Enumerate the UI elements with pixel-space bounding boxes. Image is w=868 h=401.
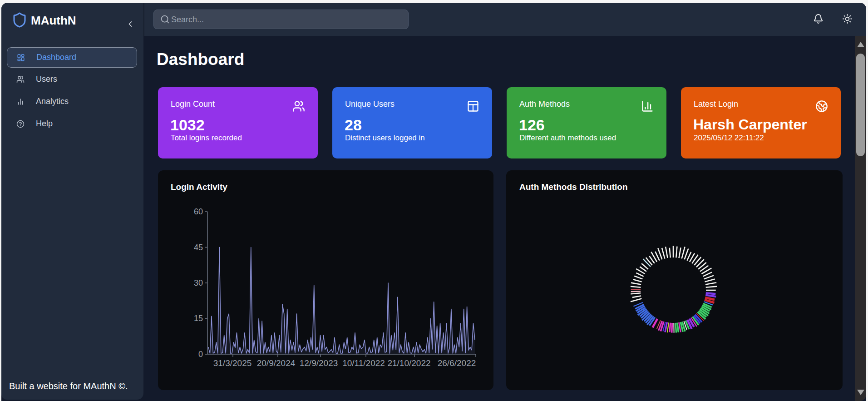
svg-text:12/9/2023: 12/9/2023 xyxy=(300,358,338,368)
svg-text:15: 15 xyxy=(194,314,203,323)
svg-text:26/6/2022: 26/6/2022 xyxy=(438,358,476,368)
svg-text:30: 30 xyxy=(194,278,203,287)
svg-text:20/9/2024: 20/9/2024 xyxy=(257,358,296,368)
svg-text:31/3/2025: 31/3/2025 xyxy=(213,358,252,368)
svg-text:0: 0 xyxy=(198,350,203,359)
svg-text:60: 60 xyxy=(194,207,203,216)
svg-text:45: 45 xyxy=(194,243,203,252)
svg-text:10/11/2022: 10/11/2022 xyxy=(342,358,385,368)
svg-text:21/10/2022: 21/10/2022 xyxy=(387,358,430,368)
